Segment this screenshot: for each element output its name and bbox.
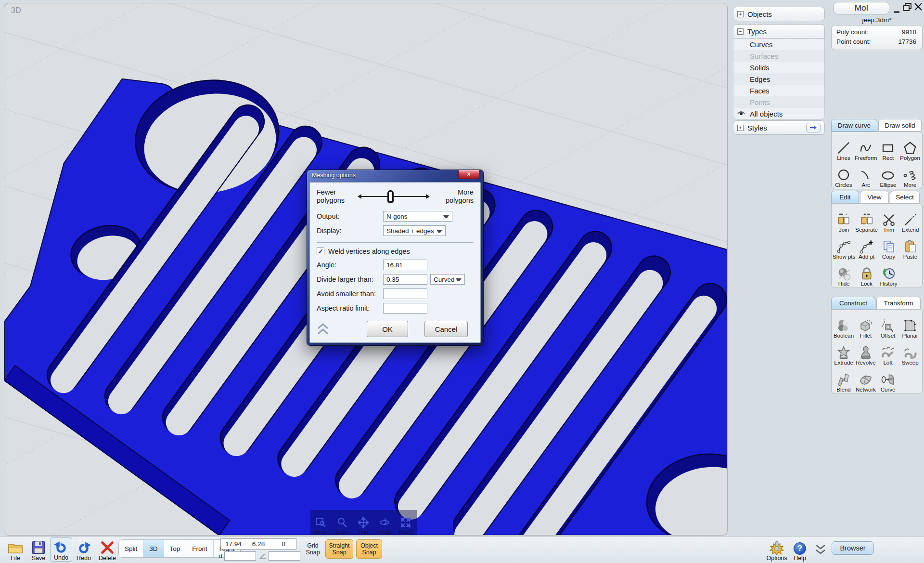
tab-transform[interactable]: Transform [876, 297, 921, 309]
delete-button[interactable]: Delete [96, 537, 118, 562]
tool-extrude[interactable]: Extrude [833, 339, 855, 366]
tab-draw-curve[interactable]: Draw curve [831, 119, 877, 131]
rotate-button[interactable]: Rotate [374, 510, 395, 535]
tool-separate[interactable]: Separate [855, 206, 878, 233]
tool-sweep[interactable]: Sweep [899, 339, 921, 366]
tool-ellipse[interactable]: Ellipse [877, 161, 899, 188]
reset-button[interactable]: Reset [395, 510, 416, 535]
polygon-density-slider[interactable] [354, 189, 433, 204]
tab-construct[interactable]: Construct [831, 297, 875, 309]
options-button[interactable]: Options [764, 537, 789, 562]
lines-icon [836, 141, 851, 155]
angle-constraint-input[interactable] [269, 551, 300, 561]
tool-blend[interactable]: Blend [833, 366, 855, 393]
restore-button[interactable] [903, 2, 912, 13]
type-item-surfaces[interactable]: Surfaces [733, 50, 824, 62]
tool-paste[interactable]: Paste [899, 233, 921, 260]
dialog-close-button[interactable]: × [458, 170, 479, 179]
type-item-points[interactable]: Points [733, 96, 824, 108]
tool-freeform[interactable]: Freeform [855, 134, 877, 161]
tool-planar[interactable]: Planar [899, 312, 921, 339]
object-snap-toggle[interactable]: Object Snap [356, 539, 382, 559]
collapse-toolbar-button[interactable] [814, 543, 827, 558]
tool-show-pts[interactable]: Show pts [833, 233, 855, 260]
type-item-edges[interactable]: Edges [733, 73, 824, 85]
objects-panel-header[interactable]: + Objects [733, 7, 825, 21]
tool-curve-project[interactable]: Curve [877, 366, 899, 393]
view-3d-button[interactable]: 3D [143, 540, 164, 557]
viewport-controls: Area Zoom Pan Rotate Reset [310, 510, 417, 535]
slider-handle[interactable] [387, 190, 394, 203]
styles-panel-header[interactable]: + Styles [733, 120, 825, 135]
browser-button[interactable]: Browser [832, 541, 874, 555]
tool-extend[interactable]: Extend [899, 206, 921, 233]
angle-input[interactable] [383, 260, 427, 270]
tab-view[interactable]: View [860, 191, 889, 203]
type-item-solids[interactable]: Solids [733, 62, 824, 73]
tool-rect[interactable]: Rect [877, 134, 899, 161]
styles-flyout-button[interactable] [806, 123, 821, 132]
tool-revolve[interactable]: Revolve [855, 339, 877, 366]
straight-snap-toggle[interactable]: Straight Snap [325, 539, 353, 559]
tab-draw-solid[interactable]: Draw solid [878, 119, 922, 131]
close-button[interactable] [914, 2, 923, 13]
file-button[interactable]: File [5, 537, 26, 562]
avoid-smaller-input[interactable] [383, 288, 427, 299]
view-split-button[interactable]: Split [119, 540, 143, 557]
display-dropdown[interactable]: Shaded + edges [383, 225, 446, 236]
paste-clipboard-icon [903, 239, 918, 254]
tool-trim[interactable]: Trim [878, 206, 899, 233]
tool-lock[interactable]: Lock [855, 260, 878, 287]
types-panel-header[interactable]: − Types [733, 24, 825, 39]
expand-dialog-button[interactable] [317, 322, 329, 336]
undo-button[interactable]: Undo [50, 537, 72, 562]
tool-network[interactable]: Network [855, 366, 877, 393]
area-button[interactable]: Area [310, 510, 332, 535]
separate-icon [860, 212, 874, 227]
redo-button[interactable]: Redo [73, 537, 94, 562]
expand-plus-icon[interactable]: + [737, 11, 744, 17]
output-dropdown[interactable]: N-gons [383, 211, 452, 222]
type-item-all-objects[interactable]: All objects [733, 108, 824, 119]
type-item-curves[interactable]: Curves [733, 39, 824, 50]
tab-select[interactable]: Select [890, 191, 920, 203]
distance-input[interactable] [224, 551, 256, 561]
zoom-button[interactable]: Zoom [332, 510, 353, 535]
aspect-ratio-input[interactable] [383, 303, 427, 314]
divide-unit-dropdown[interactable]: Curved [430, 274, 465, 285]
grid-snap-toggle[interactable]: Grid Snap [302, 542, 323, 556]
cancel-button[interactable]: Cancel [424, 321, 468, 337]
save-button[interactable]: Save [28, 537, 49, 562]
coordinate-readout[interactable]: 17.94 6.28 0 [220, 538, 296, 550]
app-menu-button[interactable]: MoI [834, 2, 889, 14]
tool-lines[interactable]: Lines [833, 134, 855, 161]
add-point-icon [860, 239, 874, 254]
expand-plus-icon[interactable]: + [737, 125, 744, 131]
pan-button[interactable]: Pan [353, 510, 374, 535]
tool-circles[interactable]: Circles [833, 161, 855, 188]
ok-button[interactable]: OK [367, 321, 408, 337]
tool-copy[interactable]: Copy [878, 233, 899, 260]
minimize-button[interactable] [893, 7, 901, 15]
construct-palette: Boolean Fillet Offset Planar Extrude Rev… [831, 309, 923, 394]
type-item-faces[interactable]: Faces [733, 85, 824, 96]
coord-x: 17.94 [221, 540, 246, 548]
tool-add-pt[interactable]: Add pt [855, 233, 878, 260]
tool-loft[interactable]: Loft [877, 339, 899, 366]
tool-history[interactable]: History [878, 260, 899, 287]
tool-hide[interactable]: Hide [833, 260, 855, 287]
tool-offset[interactable]: Offset [877, 312, 899, 339]
view-top-button[interactable]: Top [164, 540, 187, 557]
tool-fillet[interactable]: Fillet [855, 312, 877, 339]
tool-join[interactable]: Join [833, 206, 855, 233]
tool-arc[interactable]: Arc [855, 161, 877, 188]
tab-edit[interactable]: Edit [831, 191, 859, 203]
collapse-minus-icon[interactable]: − [737, 28, 744, 35]
help-button[interactable]: ? Help [790, 537, 809, 562]
tool-polygon[interactable]: Polygon [899, 134, 921, 161]
tool-boolean[interactable]: Boolean [833, 312, 855, 339]
tool-more-curves[interactable]: More [899, 161, 921, 188]
weld-checkbox[interactable]: ✓ [317, 248, 324, 255]
view-front-button[interactable]: Front [186, 540, 214, 557]
divide-larger-input[interactable] [383, 274, 427, 285]
